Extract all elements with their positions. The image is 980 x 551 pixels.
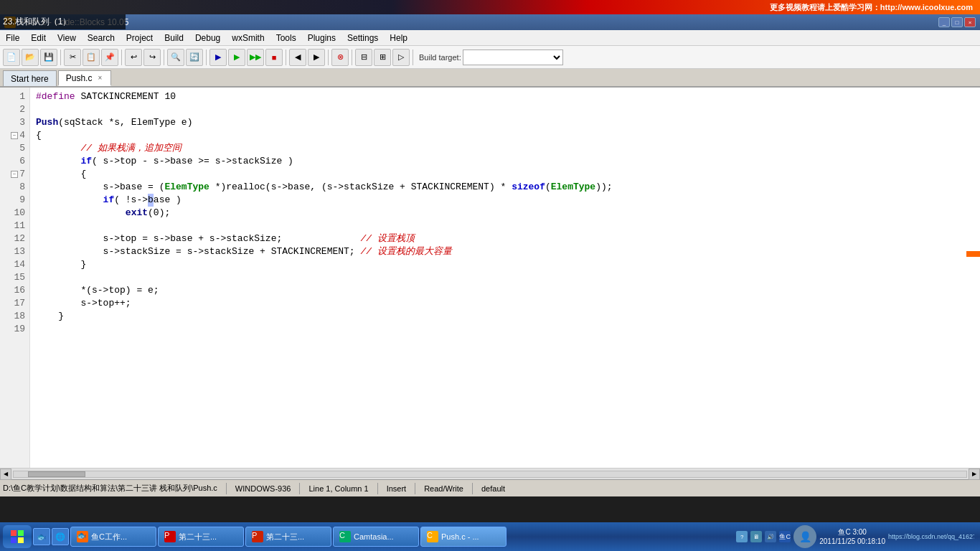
toolbar-stop[interactable]: ■ [265,49,283,66]
status-sep5 [472,483,473,494]
toolbar-layout1[interactable]: ⊟ [355,49,372,66]
tab-bar: Start here Push.c × [0,69,980,88]
toolbar-build-run[interactable]: ▶▶ [247,49,264,66]
minimize-button[interactable]: _ [938,17,950,27]
tab-close-button[interactable]: × [96,74,103,82]
taskbtn-pushc-icon: C [427,531,438,542]
tab-pushc[interactable]: Push.c × [58,70,112,86]
code-line-15 [36,271,980,284]
taskbtn-chapter23-2[interactable]: P 第二十三... [245,527,331,547]
menu-build[interactable]: Build [159,32,189,44]
horizontal-scrollbar[interactable]: ◀ ▶ [0,468,980,479]
menu-debug[interactable]: Debug [189,32,226,44]
quicklaunch-icon1[interactable]: 🐟 [33,528,50,545]
scroll-track[interactable] [13,471,967,478]
fold-icon-4[interactable]: − [11,132,18,139]
tab-start-here-label: Start here [11,74,49,84]
line-num-18: 18 [0,310,29,323]
taskbtn-camtasia[interactable]: C Camtasia... [333,527,419,547]
line-num-5: 5 [0,142,29,155]
code-line-11 [36,220,980,232]
toolbar-cut[interactable]: ✂ [64,49,81,66]
start-button[interactable] [3,525,32,548]
toolbar-back[interactable]: ◀ [289,49,306,66]
menu-edit[interactable]: Edit [25,32,52,44]
svg-rect-1 [18,530,24,536]
banner-text: 更多视频教程请上爱酷学习网：http://www.icoolxue.com [770,2,973,13]
toolbar-layout2[interactable]: ⊞ [374,49,391,66]
code-line-1: #define SATCKINCREMENT 10 [36,90,980,103]
toolbar-save[interactable]: 💾 [40,49,57,66]
status-sep3 [377,483,378,494]
toolbar-sep4 [206,50,207,65]
menu-tools[interactable]: Tools [270,32,302,44]
status-access: Read/Write [424,484,463,493]
menu-file[interactable]: File [0,32,25,44]
toolbar-undo[interactable]: ↩ [125,49,142,66]
code-line-17: s->top++; [36,297,980,310]
code-line-8: s->base = (ElemType *)realloc(s->base, (… [36,181,980,194]
scroll-right-button[interactable]: ▶ [969,468,980,480]
fold-icon-7[interactable]: − [11,171,18,178]
status-sep4 [415,483,415,494]
menu-view[interactable]: View [52,32,82,44]
toolbar-layout3[interactable]: ▷ [392,49,410,66]
tray-network-icon[interactable]: 🖥 [750,531,762,542]
tray-ime-icon[interactable]: 鱼C [779,531,791,542]
menu-search[interactable]: Search [82,32,121,44]
toolbar-replace[interactable]: 🔄 [186,49,203,66]
close-button[interactable]: × [964,17,976,27]
line-num-3: 3 [0,116,29,129]
toolbar-compile[interactable]: ▶ [209,49,227,66]
code-line-18: } [36,310,980,323]
taskbtn-chapter23-1[interactable]: P 第二十三... [158,527,244,547]
toolbar-paste[interactable]: 📌 [101,49,118,66]
toolbar-sep1 [60,50,61,65]
status-insert-mode: Insert [387,484,407,493]
line-num-2: 2 [0,103,29,116]
code-line-5: // 如果栈满，追加空间 [36,142,980,155]
taskbtn-fish-work[interactable]: 🐟 鱼C工作... [70,527,156,547]
code-line-3: Push(sqStack *s, ElemType e) [36,116,980,129]
feedback-button[interactable]: 默认 [966,251,980,257]
window-title: Push.c - Code::Blocks 10.05 [20,17,934,27]
toolbar-search[interactable]: 🔍 [167,49,184,66]
taskbtn-camtasia-label: Camtasia... [354,532,394,541]
svg-rect-2 [11,537,17,543]
menu-wxsmith[interactable]: wxSmith [226,32,270,44]
tray-help-icon[interactable]: ? [736,531,748,542]
code-line-6: if( s->top - s->base >= s->stackSize ) [36,155,980,168]
taskbtn-pushc[interactable]: C Push.c - ... [420,527,507,547]
toolbar: 📄 📂 💾 ✂ 📋 📌 ↩ ↪ 🔍 🔄 ▶ ▶ ▶▶ ■ ◀ ▶ ⊗ ⊟ ⊞ ▷… [0,46,980,69]
line-num-4: −4 [0,129,29,142]
code-line-19 [36,323,980,336]
toolbar-open[interactable]: 📂 [22,49,39,66]
taskbtn-pushc-label: Push.c - ... [441,532,479,541]
menu-help[interactable]: Help [384,32,413,44]
user-avatar[interactable]: 👤 [793,525,816,548]
code-line-13: s->stackSize = s->stackSize + STACKINCRE… [36,245,980,258]
menu-bar: File Edit View Search Project Build Debu… [0,30,980,46]
maximize-button[interactable]: □ [951,17,963,27]
toolbar-new[interactable]: 📄 [3,49,20,66]
toolbar-forward[interactable]: ▶ [308,49,325,66]
toolbar-abort[interactable]: ⊗ [331,49,349,66]
quicklaunch-icon2[interactable]: 🌐 [52,528,69,545]
scroll-thumb[interactable] [28,471,85,477]
status-sep1 [226,483,227,494]
system-tray: ? 🖥 🔊 鱼C 👤 鱼C 3:00 2011/11/25 00:18:10 h… [736,525,977,548]
line-num-8: 8 [0,181,29,194]
toolbar-redo[interactable]: ↪ [143,49,161,66]
toolbar-run[interactable]: ▶ [228,49,245,66]
menu-project[interactable]: Project [121,32,159,44]
toolbar-copy[interactable]: 📋 [83,49,100,66]
tab-start-here[interactable]: Start here [3,70,57,86]
scroll-left-button[interactable]: ◀ [0,468,11,480]
menu-plugins[interactable]: Plugins [302,32,341,44]
code-editor[interactable]: #define SATCKINCREMENT 10 Push(sqStack *… [30,88,980,468]
clock-display[interactable]: 鱼C 3:00 2011/11/25 00:18:10 [819,527,885,546]
svg-rect-0 [11,530,17,536]
tray-speaker-icon[interactable]: 🔊 [765,531,776,542]
build-target-select[interactable] [463,50,563,65]
menu-settings[interactable]: Settings [341,32,384,44]
